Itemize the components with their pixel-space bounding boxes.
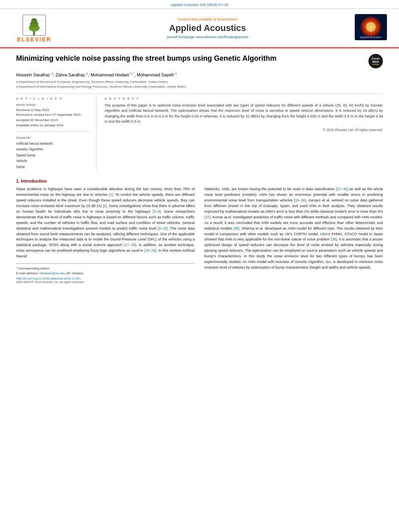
homepage-url[interactable]: www.elsevier.com/locate/apacoust (196, 35, 248, 39)
issn-line: 0003-682X/© 2015 Elsevier Ltd. All right… (16, 280, 195, 284)
journal-header: ELSEVIER Contents lists available at Sci… (0, 9, 399, 48)
keyword-1: Artificial Neural Network (16, 141, 90, 146)
revised-date: Received in revised form 27 September 20… (16, 113, 90, 118)
journal-logo-right: applied acoustics (355, 14, 391, 42)
elsevier-tree-icon (20, 14, 48, 36)
article-info-column: A R T I C L E I N F O Article history: R… (16, 97, 97, 170)
abstract-column: A B S T R A C T The purpose of this pape… (105, 97, 383, 170)
available-date: Available online 14 January 2016 (16, 123, 90, 128)
journal-homepage: journal homepage: www.elsevier.com/locat… (60, 35, 355, 39)
sciencedirect-line: Contents lists available at ScienceDirec… (60, 17, 355, 21)
keywords-label: Keywords: (16, 136, 90, 140)
received-date: Received 12 May 2015 (16, 108, 90, 113)
affiliations: a Department of Electrical & Computer En… (16, 80, 383, 89)
keyword-4: Vehicle (16, 158, 90, 164)
footnote-email-link[interactable]: mhodaei@siu.edu (39, 271, 66, 275)
svg-point-9 (366, 22, 376, 32)
keyword-5: Noise (16, 164, 90, 170)
journal-title-area: Contents lists available at ScienceDirec… (60, 17, 355, 39)
copyright-line: © 2015 Elsevier Ltd. All rights reserved… (105, 128, 383, 132)
abstract-label: A B S T R A C T (105, 97, 383, 101)
article-info-label: A R T I C L E I N F O (16, 97, 90, 101)
elsevier-wordmark: ELSEVIER (17, 36, 51, 43)
keywords-section: Keywords: Artificial Neural Network Gene… (16, 136, 90, 170)
abstract-text: The purpose of this paper is to optimize… (105, 103, 383, 125)
doi-link[interactable]: http://dx.doi.org/10.1016/j.apacoust.201… (16, 277, 81, 280)
accepted-date: Accepted 30 November 2015 (16, 118, 90, 123)
journal-reference-link[interactable]: Applied Acoustics 106 (2016) 87–92 (171, 3, 228, 7)
elsevier-logo: ELSEVIER (17, 14, 51, 43)
authors-line: Hossein Sarafraz a, Zahra Sarafraz a, Mo… (16, 72, 383, 77)
sciencedirect-link[interactable]: ScienceDirect (217, 17, 238, 21)
keyword-3: Speed bump (16, 152, 90, 158)
body-left-text: Noise problems in highways have seen a c… (16, 187, 195, 259)
svg-text:applied acoustics: applied acoustics (360, 36, 382, 39)
history-label: Article history: (16, 103, 90, 107)
footnote-email: E-mail address: mhodaei@siu.edu (M. Hoda… (16, 271, 195, 276)
footnote-corresponding: * Corresponding author. (16, 266, 195, 271)
svg-text:Mark: Mark (372, 60, 379, 63)
crossmark-icon: Cross Mark (368, 54, 383, 68)
keyword-2: Genetic Algorithm (16, 146, 90, 152)
journal-cover-image: applied acoustics (355, 14, 387, 40)
content-area: Minimizing vehicle noise passing the str… (0, 48, 399, 174)
doi-line: http://dx.doi.org/10.1016/j.apacoust.201… (16, 277, 195, 280)
body-columns: Noise problems in highways have seen a c… (16, 187, 383, 284)
crossmark-badge: Cross Mark (368, 54, 383, 68)
body-left-column: Noise problems in highways have seen a c… (16, 187, 195, 284)
affiliation-b: b Department of Mechanical Engineering a… (16, 84, 383, 89)
main-body: 1. Introduction Noise problems in highwa… (0, 174, 399, 288)
body-right-column: Networks, ANN, are known having the pote… (204, 187, 383, 284)
footnote-section: * Corresponding author. E-mail address: … (16, 263, 195, 284)
section1-title: 1. Introduction (16, 179, 383, 183)
paper-title: Minimizing vehicle noise passing the str… (16, 54, 364, 63)
journal-title: Applied Acoustics (60, 23, 355, 33)
history-divider (16, 131, 90, 132)
top-bar: Applied Acoustics 106 (2016) 87–92 (0, 0, 399, 9)
elsevier-logo-area: ELSEVIER (8, 12, 60, 44)
affiliation-a: a Department of Electrical & Computer En… (16, 80, 383, 84)
divider (16, 93, 383, 94)
svg-text:Cross: Cross (372, 57, 380, 60)
body-right-text: Networks, ANN, are known having the pote… (204, 187, 383, 271)
article-info-abstract: A R T I C L E I N F O Article history: R… (16, 97, 383, 170)
